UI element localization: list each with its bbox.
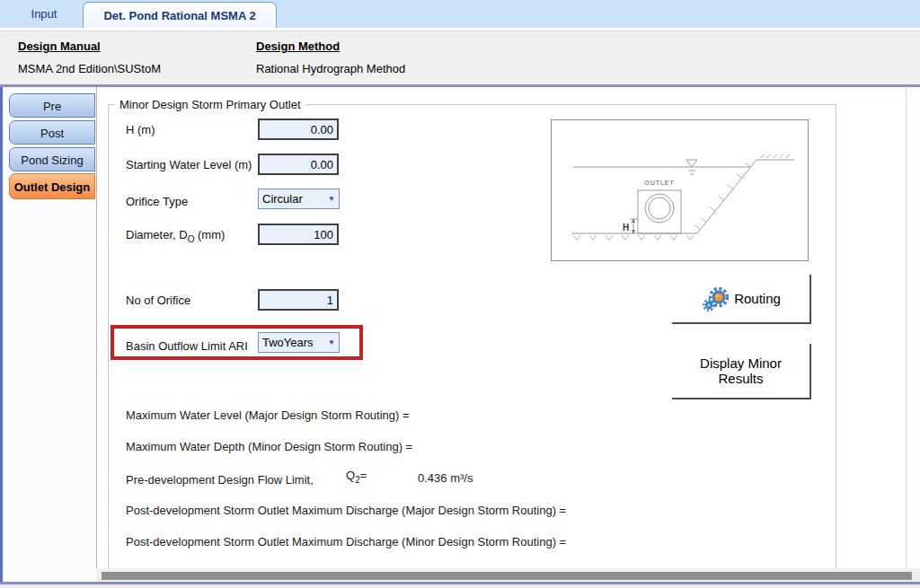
result-predev-flow-limit-label: Pre-development Design Flow Limit, bbox=[126, 473, 314, 487]
diameter-label: Diameter, DO (mm) bbox=[126, 228, 225, 244]
no-of-orifice-input[interactable] bbox=[258, 289, 339, 311]
routing-button-label: Routing bbox=[734, 291, 781, 306]
no-of-orifice-label: No of Orifice bbox=[126, 294, 190, 307]
h-label: H (m) bbox=[126, 123, 155, 136]
app-window: Input Det. Pond Rational MSMA 2 Design M… bbox=[0, 0, 920, 588]
chevron-down-icon: ▼ bbox=[328, 195, 335, 203]
display-minor-results-label: Display Minor Results bbox=[677, 355, 804, 386]
top-tab-strip: Input Det. Pond Rational MSMA 2 bbox=[0, 0, 920, 28]
orifice-type-dropdown[interactable]: Circular ▼ bbox=[258, 189, 340, 209]
sidebar-tab-pre[interactable]: Pre bbox=[9, 93, 95, 118]
gears-icon bbox=[701, 285, 731, 312]
starting-water-level-label: Starting Water Level (m) bbox=[126, 158, 252, 171]
basin-outflow-limit-ari-label: Basin Outflow Limit ARI bbox=[126, 339, 248, 353]
tab-det-pond-rational[interactable]: Det. Pond Rational MSMA 2 bbox=[83, 2, 277, 28]
water-level-symbol bbox=[686, 160, 697, 167]
design-header bbox=[0, 31, 920, 84]
design-manual-value: MSMA 2nd Edition\SUStoM bbox=[18, 62, 161, 75]
window-bottom-edge bbox=[0, 584, 920, 588]
panel-right-border bbox=[906, 87, 907, 568]
result-max-water-level-major: Maximum Water Level (Major Design Storm … bbox=[126, 408, 410, 422]
sidebar-tab-pond-sizing[interactable]: Pond Sizing bbox=[9, 147, 95, 171]
result-max-water-depth-minor: Maximum Water Depth (Minor Design Storm … bbox=[126, 440, 412, 453]
diagram-h-label: H bbox=[623, 223, 629, 233]
design-method-label: Design Method bbox=[256, 39, 340, 53]
tab-input[interactable]: Input bbox=[7, 2, 81, 27]
basin-outflow-limit-ari-dropdown[interactable]: TwoYears ▼ bbox=[258, 332, 340, 353]
result-postdev-minor: Post-development Storm Outlet Maximum Di… bbox=[126, 535, 566, 549]
orifice-type-label: Orifice Type bbox=[126, 195, 188, 208]
result-q2-value: 0.436 m³/s bbox=[418, 471, 473, 485]
sidebar-tab-post[interactable]: Post bbox=[9, 120, 95, 145]
starting-water-level-input[interactable] bbox=[258, 154, 339, 175]
basin-ari-selected-value: TwoYears bbox=[262, 336, 328, 349]
display-minor-results-button[interactable]: Display Minor Results bbox=[672, 344, 811, 399]
chevron-down-icon: ▼ bbox=[328, 338, 335, 347]
orifice-type-selected-value: Circular bbox=[262, 192, 328, 206]
outlet-diagram: OUTLET H bbox=[551, 119, 809, 261]
diameter-input[interactable] bbox=[258, 224, 339, 245]
outlet-diagram-drawing: OUTLET H bbox=[552, 120, 808, 260]
result-q2-symbol: Q2= bbox=[346, 469, 367, 485]
design-manual-label: Design Manual bbox=[18, 39, 101, 53]
diagram-outlet-label: OUTLET bbox=[644, 180, 675, 186]
result-postdev-major: Post-development Storm Outlet Maximum Di… bbox=[126, 504, 566, 517]
routing-button[interactable]: Routing bbox=[672, 275, 811, 324]
design-method-value: Rational Hydrograph Method bbox=[256, 62, 405, 75]
groupbox-title: Minor Design Storm Primary Outlet bbox=[115, 98, 305, 111]
h-input[interactable] bbox=[258, 118, 339, 140]
horizontal-scrollbar[interactable] bbox=[96, 568, 920, 583]
sidebar-tab-outlet-design[interactable]: Outlet Design bbox=[9, 173, 95, 199]
horizontal-scrollbar-thumb[interactable] bbox=[102, 572, 912, 580]
